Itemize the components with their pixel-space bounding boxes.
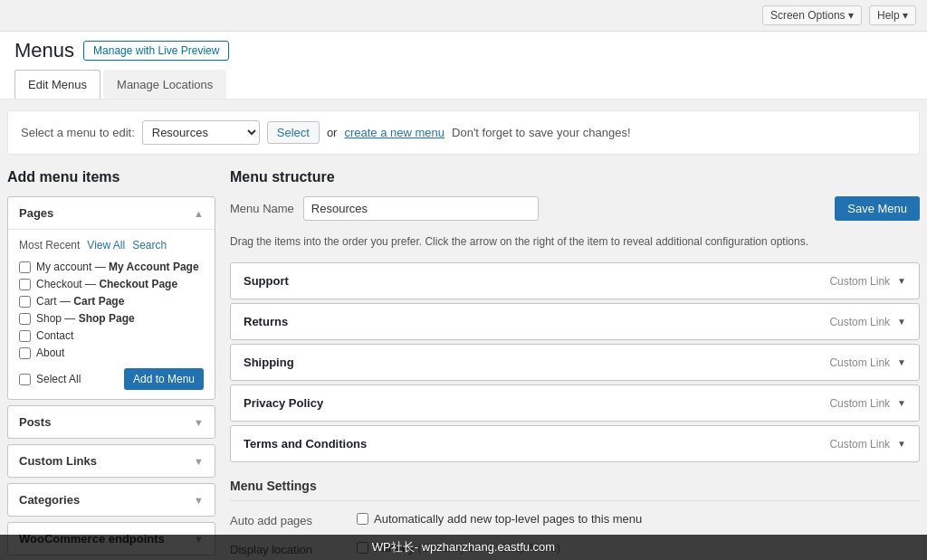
- page-item-checkout[interactable]: Checkout — Checkout Page: [19, 278, 204, 290]
- pages-accordion-arrow: ▲: [194, 208, 204, 219]
- menu-item-privacy-caret[interactable]: ▼: [897, 398, 906, 408]
- auto-add-pages-checkbox[interactable]: [357, 513, 368, 525]
- pages-accordion-header[interactable]: Pages ▲: [8, 197, 215, 229]
- save-reminder: Don't forget to save your changes!: [452, 126, 631, 139]
- select-menu-label: Select a menu to edit:: [21, 126, 135, 139]
- pages-accordion-title: Pages: [19, 206, 53, 220]
- auto-add-pages-label: Auto add pages: [230, 512, 357, 530]
- menu-item-privacy-policy[interactable]: Privacy Policy Custom Link ▼: [230, 384, 920, 422]
- pages-accordion-body: Most Recent View All Search My account —…: [8, 229, 215, 399]
- page-title: Menus: [14, 39, 74, 62]
- auto-add-pages-row: Auto add pages Automatically add new top…: [230, 512, 920, 530]
- page-item-about[interactable]: About: [19, 346, 204, 359]
- tab-manage-locations[interactable]: Manage Locations: [103, 70, 226, 99]
- categories-arrow: ▼: [194, 495, 204, 506]
- menu-item-support-type: Custom Link: [829, 275, 890, 288]
- posts-arrow: ▼: [194, 417, 204, 428]
- tab-edit-menus[interactable]: Edit Menus: [14, 70, 100, 99]
- tabs-row: Edit Menus Manage Locations: [14, 70, 913, 99]
- custom-links-arrow: ▼: [194, 456, 204, 467]
- menu-item-returns-type: Custom Link: [829, 316, 890, 328]
- page-item-contact[interactable]: Contact: [19, 329, 204, 342]
- page-checkbox-my-account[interactable]: [19, 261, 31, 273]
- page-checkbox-cart[interactable]: [19, 296, 31, 308]
- custom-links-accordion-header[interactable]: Custom Links ▼: [7, 444, 215, 478]
- add-menu-items-title: Add menu items: [7, 166, 215, 185]
- right-panel: Menu structure Menu Name Save Menu Drag …: [230, 166, 920, 560]
- page-checkbox-about[interactable]: [19, 347, 31, 359]
- menu-items-list: Support Custom Link ▼ Returns Custom Lin…: [230, 262, 920, 462]
- watermark: WP社长- wpzhanzhang.eastfu.com: [0, 535, 927, 560]
- pages-tab-most-recent[interactable]: Most Recent: [19, 239, 80, 252]
- page-checkbox-checkout[interactable]: [19, 279, 31, 290]
- menu-item-support[interactable]: Support Custom Link ▼: [230, 262, 920, 299]
- drag-hint: Drag the items into the order you prefer…: [230, 233, 920, 250]
- add-to-menu-button[interactable]: Add to Menu: [124, 368, 204, 390]
- categories-accordion-header[interactable]: Categories ▼: [7, 483, 215, 517]
- create-new-menu-link[interactable]: create a new menu: [344, 126, 444, 139]
- page-title-row: Menus Manage with Live Preview: [14, 39, 913, 62]
- page-item-cart[interactable]: Cart — Cart Page: [19, 295, 204, 308]
- categories-label: Categories: [19, 493, 80, 507]
- menu-item-returns[interactable]: Returns Custom Link ▼: [230, 303, 920, 340]
- select-button[interactable]: Select: [267, 121, 320, 144]
- page-item-shop[interactable]: Shop — Shop Page: [19, 312, 204, 325]
- menu-name-label: Menu Name: [230, 202, 294, 215]
- menu-name-input[interactable]: [303, 196, 539, 221]
- auto-add-pages-checkbox-label[interactable]: Automatically add new top-level pages to…: [357, 512, 920, 526]
- menu-settings-title: Menu Settings: [230, 479, 920, 501]
- live-preview-button[interactable]: Manage with Live Preview: [83, 41, 229, 61]
- menu-select[interactable]: Resources: [142, 120, 260, 145]
- menu-item-shipping-caret[interactable]: ▼: [897, 357, 906, 367]
- pages-tab-search[interactable]: Search: [132, 239, 167, 252]
- pages-accordion: Pages ▲ Most Recent View All Search My a…: [7, 196, 215, 400]
- menu-item-returns-caret[interactable]: ▼: [897, 317, 906, 327]
- page-item-my-account[interactable]: My account — My Account Page: [19, 261, 204, 273]
- posts-accordion-header[interactable]: Posts ▼: [7, 405, 215, 439]
- top-bar: Screen Options Help: [0, 0, 927, 32]
- menu-item-support-caret[interactable]: ▼: [897, 276, 906, 286]
- select-menu-bar: Select a menu to edit: Resources Select …: [7, 110, 920, 155]
- page-checkbox-shop[interactable]: [19, 313, 31, 325]
- menu-item-shipping[interactable]: Shipping Custom Link ▼: [230, 344, 920, 381]
- or-text: or: [327, 126, 338, 139]
- menu-item-terms-type: Custom Link: [829, 438, 890, 451]
- menu-item-terms-caret[interactable]: ▼: [897, 439, 906, 449]
- auto-add-pages-text: Automatically add new top-level pages to…: [374, 512, 642, 526]
- custom-links-label: Custom Links: [19, 454, 97, 468]
- select-all-row: Select All Add to Menu: [19, 368, 204, 390]
- pages-tab-view-all[interactable]: View All: [87, 239, 125, 252]
- page-header: Menus Manage with Live Preview Edit Menu…: [0, 32, 927, 100]
- menu-item-shipping-type: Custom Link: [829, 356, 890, 369]
- posts-label: Posts: [19, 415, 51, 429]
- left-panel: Add menu items Pages ▲ Most Recent View …: [7, 166, 215, 560]
- select-all-checkbox[interactable]: [19, 374, 31, 385]
- pages-tab-row: Most Recent View All Search: [19, 239, 204, 252]
- screen-options-button[interactable]: Screen Options: [762, 5, 862, 25]
- main-content: Add menu items Pages ▲ Most Recent View …: [0, 166, 927, 560]
- select-all-label[interactable]: Select All: [19, 373, 81, 385]
- pages-checkbox-list: My account — My Account Page Checkout — …: [19, 261, 204, 359]
- menu-name-row: Menu Name Save Menu: [230, 196, 920, 221]
- save-menu-button[interactable]: Save Menu: [835, 196, 920, 221]
- menu-structure-title: Menu structure: [230, 166, 920, 185]
- help-button[interactable]: Help: [869, 5, 916, 25]
- page-checkbox-contact[interactable]: [19, 330, 31, 342]
- menu-item-terms-conditions[interactable]: Terms and Conditions Custom Link ▼: [230, 425, 920, 462]
- menu-item-privacy-type: Custom Link: [829, 397, 890, 410]
